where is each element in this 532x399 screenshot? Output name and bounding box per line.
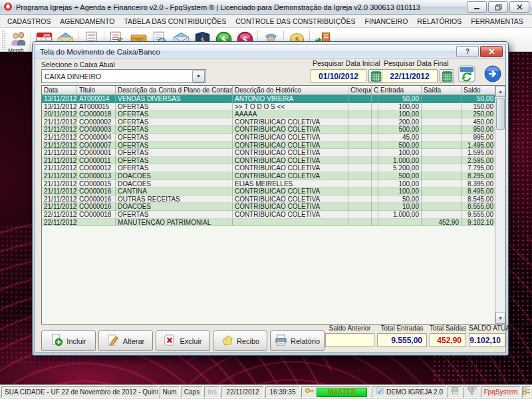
cell [348, 118, 372, 126]
cell: CO000018 [77, 110, 116, 118]
column-header-descricao-do-historico[interactable]: Descrição do Histórico [233, 86, 348, 94]
column-header-descricao-da-conta-d-plano-de-contas[interactable]: Descrição da Conta d Plano de Contas [116, 86, 233, 94]
table-row[interactable]: 22/11/2012MANUTENÇÃO PATRIMONIAL452,909.… [42, 219, 505, 227]
window-titlebar: Programa Igrejas + Agenda e Financeiro v… [0, 0, 532, 15]
status-time: 16:39:35 [265, 386, 300, 398]
total-saidas-label: Total Saídas [430, 325, 466, 332]
cell: 100,00 [378, 180, 422, 188]
recibo-button[interactable]: Recibo [213, 331, 267, 351]
cell: 950,00 [462, 126, 496, 134]
status-location: SUA CIDADE - UF 22 de Novembro de 2012 -… [1, 386, 158, 398]
column-header-saldo[interactable]: Saldo [462, 86, 496, 94]
alterar-button[interactable]: Alterar [98, 331, 153, 351]
table-row[interactable]: 13/11/2012AT000015OFERTAS>> T O D O S <<… [42, 103, 505, 111]
cell [372, 180, 378, 188]
menu-cadastros[interactable]: CADASTROS [3, 17, 55, 25]
table-row[interactable]: 21/11/2012CO000007OFERTASCONTRIBUICAO CO… [42, 142, 505, 150]
restore-button[interactable] [488, 1, 508, 13]
dialog-help-button[interactable]: ? [456, 46, 479, 57]
go-button[interactable] [483, 64, 502, 83]
menu-relatorios[interactable]: RELATÓRIOS [412, 17, 466, 25]
table-row[interactable]: 20/11/2012CO000018OFERTASAAAAA100,00250,… [42, 110, 505, 118]
svg-text:JAN: JAN [43, 33, 49, 37]
cell: 1.595,00 [462, 149, 496, 157]
table-row[interactable]: 21/11/2012CO000002OFERTASCONTRIBUICAO CO… [42, 118, 505, 126]
chevron-down-icon[interactable]: ▼ [192, 70, 205, 82]
column-header-cheque[interactable]: Cheque [348, 86, 372, 94]
cell [348, 172, 372, 180]
column-header-entrada[interactable]: Entrada [378, 86, 422, 94]
cell [422, 180, 462, 188]
menu-agendamento[interactable]: AGENDAMENTO [55, 17, 119, 25]
status-access-level: MASTER [301, 386, 370, 398]
members-icon[interactable]: Memb [7, 29, 29, 51]
menu-ferramentas[interactable]: FERRAMENTAS [466, 17, 528, 25]
table-row[interactable]: 22/11/2012CO000018OFERTASCONTRIBUICAO CO… [42, 211, 505, 219]
cell: 100,00 [378, 149, 422, 157]
cell: 452,90 [422, 219, 462, 227]
cell: DOACOES [116, 180, 233, 188]
vertical-scrollbar[interactable]: ▲ ▼ [495, 86, 505, 324]
cell [372, 126, 378, 134]
date-start-input[interactable]: 01/10/2012 [311, 69, 366, 83]
button-label: Alterar [123, 337, 144, 345]
cell: OFERTAS [116, 142, 233, 150]
window-title: Programa Igrejas + Agenda e Financeiro v… [16, 3, 464, 11]
cell: 21/11/2012 [42, 172, 77, 180]
cell [348, 126, 372, 134]
button-label: Incluir [66, 337, 86, 345]
cell: CO000015 [77, 180, 116, 188]
table-row[interactable]: 21/11/2012CO000012OFERTASCONTRIBUICAO CO… [42, 164, 505, 172]
button-label: Recibo [237, 337, 259, 345]
cell: 21/11/2012 [42, 157, 77, 165]
column-header-titulo[interactable]: Titulo [77, 86, 116, 94]
status-network [464, 386, 479, 398]
table-row[interactable]: 21/11/2012CO000003OFERTASCONTRIBUICAO CO… [42, 126, 505, 134]
cell: CO000002 [77, 118, 116, 126]
cell: CO000013 [77, 172, 116, 180]
cell: 45,00 [378, 134, 422, 142]
table-row[interactable]: 21/11/2012CO000004OFERTASCONTRIBUICAO CO… [42, 134, 505, 142]
saldo-anterior-label: Saldo Anterior [325, 325, 374, 332]
menu-tabela-das-contribuicoes[interactable]: TABELA DAS CONTRIBUIÇÕES [119, 17, 231, 25]
scroll-up-icon[interactable]: ▲ [495, 86, 505, 97]
table-row[interactable]: 21/11/2012CO000001OFERTASCONTRIBUICAO CO… [42, 149, 505, 157]
table-row[interactable]: 21/11/2012CO000013DOACOESCONTRIBUICAO CO… [42, 172, 505, 180]
table-row[interactable]: 21/11/2012CO000016DOACOESCONTRIBUICAO CO… [42, 203, 505, 211]
table-row[interactable]: 13/11/2012AT000014VENDAS DIVERSASANTONIO… [42, 95, 505, 103]
date-end-calendar-button[interactable] [440, 69, 454, 83]
minimize-button[interactable] [467, 1, 487, 13]
column-header-data[interactable]: Data [42, 86, 77, 94]
column-header-saida[interactable]: Saída [422, 86, 462, 94]
cell: 21/11/2012 [42, 118, 77, 126]
dialog-close-button[interactable] [480, 46, 503, 57]
cell [348, 157, 372, 165]
cell [372, 211, 378, 219]
cash-select[interactable]: CAIXA DINHEIRO ▼ [41, 69, 206, 83]
incluir-button[interactable]: Incluir [41, 331, 96, 351]
date-end-input[interactable]: 22/11/2012 [382, 69, 438, 83]
menu-controle-das-constribuicoes[interactable]: CONTROLE DAS CONSTRIBUIÇÕES [231, 17, 360, 25]
close-button[interactable] [509, 1, 529, 13]
cell [422, 172, 462, 180]
scrollbar-thumb[interactable] [496, 98, 505, 130]
refresh-button[interactable] [457, 64, 476, 83]
scroll-down-icon[interactable]: ▼ [495, 313, 505, 324]
dialog-titlebar[interactable]: Tela do Movimento de Caixa/Banco ? [35, 45, 505, 59]
cell [348, 188, 372, 196]
table-row[interactable]: 21/11/2012CO000016CANTINACONTRIBUICAO CO… [42, 188, 505, 196]
date-start-label: Pesquisar Data Inicial [313, 59, 380, 67]
cell: DOACOES [116, 203, 233, 211]
table-row[interactable]: 21/11/2012CO000015DOACOESELIAS MEIRELLES… [42, 180, 505, 188]
menu-financeiro[interactable]: FINANCEIRO [360, 17, 413, 25]
cell: CO000018 [77, 211, 116, 219]
excluir-button[interactable]: Excluir [156, 331, 210, 351]
cell [348, 134, 372, 142]
menu-ajuda[interactable]: AJUDA [528, 17, 532, 25]
cell [348, 149, 372, 157]
column-header-c[interactable]: C [372, 86, 378, 94]
table-row[interactable]: 21/11/2012CO000011OFERTASCONTRIBUICAO CO… [42, 157, 505, 165]
date-start-calendar-button[interactable] [368, 69, 383, 83]
table-row[interactable]: 21/11/2012CO000016OUTRAS RECEITASCONTRIB… [42, 196, 505, 203]
relatorio-button[interactable]: Relatório [270, 331, 325, 351]
